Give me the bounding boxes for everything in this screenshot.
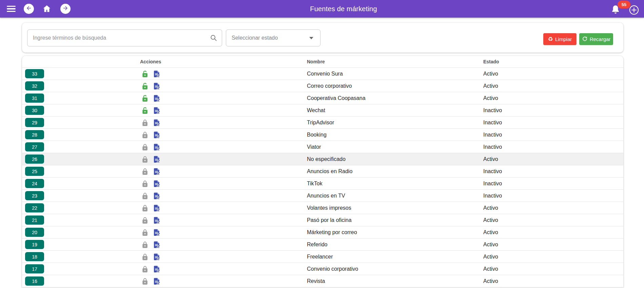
table-row[interactable]: 20 <box>22 226 623 239</box>
document-edit-icon <box>153 95 161 102</box>
table-row[interactable]: 26 <box>22 153 623 165</box>
lock-toggle-button[interactable] <box>141 241 149 249</box>
lock-toggle-button[interactable] <box>141 265 149 273</box>
table-row[interactable]: 29 <box>22 117 623 129</box>
table-row[interactable]: 31 <box>22 92 623 104</box>
table-row[interactable]: 25 <box>22 165 623 178</box>
page-title: Fuentes de márketing <box>310 0 377 18</box>
document-edit-icon <box>153 241 161 249</box>
row-status: Activo <box>483 251 498 263</box>
row-name: Booking <box>307 129 327 141</box>
arrow-left-icon <box>26 5 32 13</box>
lock-toggle-button[interactable] <box>141 70 149 78</box>
row-id-badge: 17 <box>25 264 44 273</box>
table-row[interactable]: 30 <box>22 104 623 117</box>
lock-toggle-button[interactable] <box>141 277 149 285</box>
row-status: Activo <box>483 239 498 251</box>
table-row[interactable]: 24 <box>22 178 623 190</box>
table-row[interactable]: 21 <box>22 214 623 226</box>
row-id-badge: 32 <box>25 81 44 90</box>
recycle-icon: ♻ <box>548 36 553 42</box>
table-row[interactable]: 22 <box>22 202 623 214</box>
table-row[interactable]: 17 <box>22 263 623 275</box>
edit-document-button[interactable] <box>153 70 161 78</box>
back-button[interactable] <box>24 4 34 14</box>
document-edit-icon <box>153 253 161 261</box>
page: Fuentes de márketing 55 <box>0 0 644 288</box>
row-id-badge: 20 <box>25 228 44 237</box>
document-edit-icon <box>153 156 161 163</box>
unlock-icon <box>141 95 149 102</box>
clear-button[interactable]: ♻ Limpiar <box>543 33 577 45</box>
edit-document-button[interactable] <box>153 180 161 188</box>
lock-icon <box>141 192 149 200</box>
edit-document-button[interactable] <box>153 156 161 163</box>
edit-document-button[interactable] <box>153 277 161 285</box>
lock-icon <box>141 241 149 249</box>
table-row[interactable]: 33 <box>22 68 623 80</box>
lock-toggle-button[interactable] <box>141 180 149 188</box>
row-name: Volantes impresos <box>307 202 351 214</box>
lock-icon <box>141 229 149 236</box>
search-input[interactable] <box>27 29 222 46</box>
document-edit-icon <box>153 180 161 188</box>
forward-button[interactable] <box>60 4 71 14</box>
lock-toggle-button[interactable] <box>141 192 149 200</box>
table-row[interactable]: 16 <box>22 275 623 287</box>
edit-document-button[interactable] <box>153 265 161 273</box>
edit-document-button[interactable] <box>153 241 161 249</box>
lock-toggle-button[interactable] <box>141 131 149 139</box>
lock-toggle-button[interactable] <box>141 204 149 212</box>
lock-toggle-button[interactable] <box>141 217 149 224</box>
table-row[interactable]: 23 <box>22 190 623 202</box>
table-header-row: Acciones Nombre Estado <box>22 56 623 68</box>
row-name: TripAdvisor <box>307 117 334 129</box>
row-id-badge: 33 <box>25 69 44 78</box>
table-row[interactable]: 32 <box>22 80 623 92</box>
menu-icon[interactable] <box>7 6 16 12</box>
lock-icon <box>141 143 149 151</box>
refresh-icon <box>582 36 588 43</box>
status-filter-select[interactable]: Seleccionar estado <box>226 29 320 46</box>
row-status: Activo <box>483 214 498 226</box>
table-row[interactable]: 27 <box>22 141 623 153</box>
lock-toggle-button[interactable] <box>141 168 149 176</box>
document-edit-icon <box>153 229 161 236</box>
reload-button[interactable]: Recargar <box>579 33 613 45</box>
add-button[interactable] <box>629 5 639 15</box>
lock-toggle-button[interactable] <box>141 229 149 236</box>
edit-document-button[interactable] <box>153 95 161 102</box>
lock-toggle-button[interactable] <box>141 95 149 102</box>
lock-toggle-button[interactable] <box>141 107 149 115</box>
row-name: Revista <box>307 275 325 287</box>
edit-document-button[interactable] <box>153 168 161 176</box>
edit-document-button[interactable] <box>153 253 161 261</box>
unlock-icon <box>141 107 149 115</box>
edit-document-button[interactable] <box>153 82 161 90</box>
row-name: Referido <box>307 239 327 251</box>
row-status: Inactivo <box>483 178 502 190</box>
table-row[interactable]: 19 <box>22 239 623 251</box>
document-edit-icon <box>153 131 161 139</box>
lock-toggle-button[interactable] <box>141 156 149 163</box>
edit-document-button[interactable] <box>153 107 161 115</box>
column-header-status: Estado <box>483 56 499 68</box>
edit-document-button[interactable] <box>153 229 161 236</box>
table-row[interactable]: 18 <box>22 251 623 263</box>
row-name: Pasó por la oficina <box>307 214 352 226</box>
lock-toggle-button[interactable] <box>141 82 149 90</box>
edit-document-button[interactable] <box>153 119 161 127</box>
edit-document-button[interactable] <box>153 217 161 224</box>
lock-toggle-button[interactable] <box>141 143 149 151</box>
table-row[interactable]: 28 <box>22 129 623 141</box>
edit-document-button[interactable] <box>153 131 161 139</box>
home-button[interactable] <box>42 4 52 14</box>
edit-document-button[interactable] <box>153 204 161 212</box>
edit-document-button[interactable] <box>153 143 161 151</box>
row-status: Inactivo <box>483 117 502 129</box>
edit-document-button[interactable] <box>153 192 161 200</box>
lock-toggle-button[interactable] <box>141 253 149 261</box>
row-name: No especificado <box>307 153 346 165</box>
table-body: 33 <box>22 68 623 287</box>
lock-toggle-button[interactable] <box>141 119 149 127</box>
